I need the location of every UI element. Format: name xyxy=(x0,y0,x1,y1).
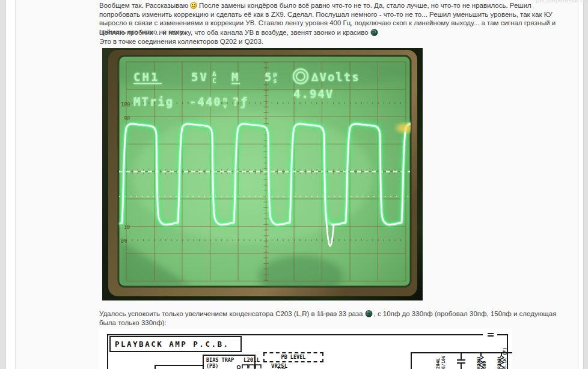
post-paragraph-4: Удалось успокоить только увеличением кон… xyxy=(99,310,560,327)
post-line-probe: Цепляю пробник ... и нахожу, что оба кан… xyxy=(99,28,560,37)
post-paragraph-2: Цепляю пробник ... и нахожу, что оба кан… xyxy=(99,28,560,46)
borg-smiley-icon-2 xyxy=(365,310,372,317)
graticule-label-10: 10 xyxy=(124,224,130,230)
readout-trigger-tail: ?ƒ xyxy=(232,95,248,108)
pcb-outline-corner xyxy=(155,365,156,369)
schematic-title-box: PLAYBACK AMP P.C.B. xyxy=(109,336,242,352)
pb-level-label: PB LEVEL xyxy=(265,353,322,361)
r205-value: 680 xyxy=(482,355,487,369)
schematic-outer-top-line xyxy=(107,334,483,335)
readout-time-unit-bottom: s xyxy=(273,77,277,85)
readout-coupling-bottom: C xyxy=(212,77,216,85)
readout-volts-div: 5V xyxy=(191,70,209,84)
r203-value: 6.1K (F) xyxy=(502,347,507,369)
schematic-break-mark-1 xyxy=(488,333,494,334)
post-paragraph-1-start: Вообщем так. Рассказываю xyxy=(99,2,188,9)
readout-delta-value: 4.94V xyxy=(293,87,334,100)
cap-c204-label: 204L 6/10V xyxy=(435,355,446,369)
readout-memory: M xyxy=(231,70,238,84)
readout-trigger-sub: v xyxy=(223,102,227,110)
post-paragraph-4-mid: 33 раза xyxy=(338,310,363,317)
inductor-symbol xyxy=(236,364,268,369)
cap-lead-top xyxy=(461,353,462,359)
inductor-label: L201L xyxy=(243,357,260,363)
r203-name: R203L xyxy=(497,347,502,369)
borg-smiley-icon xyxy=(370,29,378,36)
pb-level-box: PB LEVEL xyxy=(263,352,323,362)
cap-c204-name: 204L xyxy=(435,355,441,369)
readout-trigger-value: -440 xyxy=(189,95,222,108)
smiley-icon xyxy=(190,2,197,9)
strikethrough-text: 11 раз xyxy=(317,310,337,317)
r205-label: R205L 680 xyxy=(476,355,487,369)
advanced-search-link[interactable]: расширенный поиск xyxy=(536,0,588,4)
oscilloscope-screen-drawing: 100 90 10 0% CH1 xyxy=(102,48,423,300)
page-left-gutter xyxy=(0,0,6,369)
r203-label: R203L 6.1K (F) xyxy=(497,347,507,369)
cap-c204-value: 6/10V xyxy=(441,355,446,369)
schematic-break-mark-2 xyxy=(488,335,494,337)
cap-plate-1 xyxy=(457,359,465,361)
post-paragraph-4-start: Удалось успокоить только увеличением кон… xyxy=(99,310,315,317)
graticule-label-100: 100 xyxy=(121,102,130,108)
readout-time-div: 5 xyxy=(265,70,271,84)
forum-page: расширенный поиск Вообщем так. Рассказыв… xyxy=(0,0,588,369)
post-line-collectors: Это в точке соединения коллекторов Q202 … xyxy=(99,37,560,46)
page-right-gutter xyxy=(583,0,588,369)
r205-name: R205L xyxy=(476,355,482,369)
schematic-outer-left-line xyxy=(107,334,108,369)
graticule-label-0: 0% xyxy=(121,238,127,244)
oscilloscope-photo: 100 90 10 0% CH1 xyxy=(102,48,423,300)
wire-vertical-1 xyxy=(411,353,412,369)
cap-lead-bottom xyxy=(461,364,462,369)
graticule-label-90: 90 xyxy=(124,115,130,121)
readout-trigger-label: MTrig xyxy=(133,95,174,108)
readout-channel: CH1 xyxy=(133,70,159,84)
readout-delta-label: ∆Volts xyxy=(311,70,360,84)
schematic-image: PLAYBACK AMP P.C.B. BIAS TRAP (PB) L201L… xyxy=(99,329,512,369)
post-line-probe-text: Цепляю пробник ... и нахожу, что оба кан… xyxy=(99,29,369,36)
